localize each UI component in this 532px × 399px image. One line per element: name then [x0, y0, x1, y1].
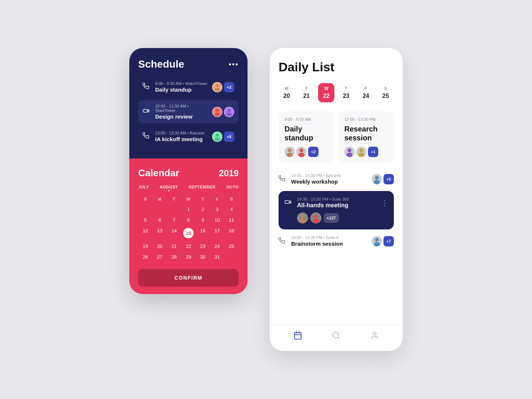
svg-point-13 — [299, 153, 304, 157]
avatar — [296, 147, 307, 157]
month-september[interactable]: SEPTEMBER — [188, 185, 215, 191]
day-num-thu: 23 — [343, 93, 349, 99]
day-mon[interactable]: M 20 — [279, 83, 295, 102]
list-name-brainstorm: Brainstorm session — [291, 241, 367, 247]
day-thu[interactable]: T 23 — [338, 83, 354, 102]
list-meta-workshop: 14:00 - 14:30 PM • Batcave — [291, 173, 367, 178]
cal-day[interactable]: 2 — [195, 205, 210, 214]
cal-day[interactable]: 18 — [224, 226, 239, 240]
cal-day[interactable]: 28 — [167, 252, 181, 262]
card-count-1: +2 — [308, 147, 318, 157]
event-card-standup[interactable]: 9:00 - 9:30 AM Daily standup +2 — [279, 111, 334, 163]
card-avatars-1: +2 — [284, 147, 328, 157]
svg-rect-20 — [285, 201, 289, 204]
avatar — [212, 132, 222, 142]
cal-day[interactable]: 11 — [224, 215, 239, 225]
day-num-fri: 24 — [362, 93, 369, 99]
avatar — [344, 147, 355, 157]
cal-row-5: 26 27 28 29 30 31 — [138, 252, 239, 262]
phone-daily-list: Daily List M 20 T 21 W 22 T 23 — [270, 48, 403, 351]
avatar — [212, 82, 222, 92]
month-october[interactable]: OCTO — [226, 185, 239, 191]
phone-schedule: Schedule ••• 9:00 - 9:30 AM • WatchTower… — [129, 48, 248, 294]
cal-day[interactable]: 12 — [138, 226, 153, 240]
cal-day[interactable]: 22 — [181, 242, 196, 251]
cal-day[interactable]: 4 — [224, 205, 239, 214]
more-menu-button[interactable]: ••• — [229, 60, 239, 69]
avatar — [284, 147, 295, 157]
nav-profile-button[interactable] — [370, 331, 379, 342]
cal-header-m: M — [153, 195, 167, 203]
cal-day-today[interactable]: 15 — [181, 226, 196, 240]
event-item-1[interactable]: 9:00 - 9:30 AM • WatchTower Daily standu… — [138, 78, 239, 96]
nav-calendar-button[interactable] — [293, 331, 302, 342]
svg-line-33 — [338, 337, 340, 339]
avatar — [212, 107, 222, 117]
event-card-research[interactable]: 12:00 - 13:30 PM Research session +1 — [338, 111, 394, 163]
cal-day[interactable]: 23 — [195, 242, 210, 251]
svg-point-1 — [215, 88, 220, 92]
day-num-mon: 20 — [283, 93, 290, 99]
svg-point-4 — [216, 109, 219, 112]
list-meta-brainstorm: 14:00 - 14:30 PM • Suite 6 — [291, 235, 367, 240]
cal-day[interactable]: 25 — [224, 242, 239, 251]
card-count-2: +1 — [368, 147, 378, 157]
list-event-brainstorm[interactable]: 14:00 - 14:30 PM • Suite 6 Brainstorm se… — [279, 231, 394, 251]
highlight-event-allhands[interactable]: 14:30 - 15:30 PM • Suite 300 All-hands m… — [279, 191, 394, 229]
calendar-header: Calendar 2019 — [138, 167, 239, 179]
day-num-wed: 22 — [323, 93, 330, 99]
cal-row-2: 5 6 7 8 9 10 11 — [138, 215, 239, 225]
day-selector: M 20 T 21 W 22 T 23 F 24 — [279, 83, 394, 102]
cal-day[interactable]: 14 — [167, 226, 181, 240]
day-tue[interactable]: T 21 — [299, 83, 315, 102]
svg-point-22 — [301, 215, 304, 218]
avatar — [372, 236, 382, 246]
cal-day[interactable]: 5 — [138, 215, 153, 225]
cal-day[interactable]: 24 — [210, 242, 224, 251]
event-item-3[interactable]: 13:00 - 13:30 AM • Batcave IA kickoff me… — [138, 127, 239, 146]
day-fri[interactable]: F 24 — [358, 83, 374, 102]
list-count-brainstorm: +7 — [383, 236, 394, 246]
more-menu-highlight[interactable]: ⋮ — [381, 199, 388, 207]
cal-day[interactable]: 7 — [167, 215, 181, 225]
list-event-workshop[interactable]: 14:00 - 14:30 PM • Batcave Weekly worksh… — [279, 169, 394, 190]
avatar — [310, 212, 321, 224]
cal-day[interactable]: 1 — [181, 205, 196, 214]
card-avatars-2: +1 — [344, 147, 388, 157]
svg-point-8 — [216, 134, 219, 137]
svg-point-17 — [358, 153, 364, 157]
event-item-2[interactable]: 10:00 - 11:00 AM • StarkTower Design rev… — [138, 100, 239, 123]
cal-day[interactable]: 26 — [138, 252, 153, 262]
cal-day[interactable]: 19 — [138, 242, 153, 251]
month-july[interactable]: JULY — [138, 185, 149, 191]
nav-search-button[interactable] — [332, 331, 341, 342]
cal-day[interactable]: 20 — [153, 242, 167, 251]
cal-day[interactable]: 29 — [181, 252, 196, 262]
svg-point-9 — [215, 137, 220, 141]
event-avatars-1: +2 — [212, 82, 234, 92]
cal-day[interactable]: 21 — [167, 242, 181, 251]
day-wed[interactable]: W 22 — [318, 83, 334, 102]
cal-row-4: 19 20 21 22 23 24 25 — [138, 242, 239, 251]
day-num-tue: 21 — [303, 93, 310, 99]
cal-day[interactable]: 3 — [210, 205, 224, 214]
day-letter-thu: T — [345, 86, 347, 91]
cal-day[interactable]: 8 — [181, 215, 196, 225]
cal-day[interactable]: 27 — [153, 252, 167, 262]
cal-day[interactable]: 17 — [210, 226, 224, 240]
cal-day[interactable]: 10 — [210, 215, 224, 225]
avatar-count-1: +2 — [224, 82, 234, 92]
cal-day[interactable]: 31 — [210, 252, 224, 262]
svg-point-19 — [374, 180, 380, 184]
cal-day[interactable]: 30 — [195, 252, 210, 262]
month-august[interactable]: AUGUST — [160, 185, 178, 191]
cal-day[interactable]: 16 — [195, 226, 210, 240]
day-letter-tue: T — [305, 86, 308, 91]
cal-day[interactable]: 13 — [153, 226, 167, 240]
day-sat[interactable]: S 25 — [378, 83, 394, 102]
cal-day[interactable]: 9 — [195, 215, 210, 225]
confirm-button[interactable]: CONFIRM — [138, 269, 239, 287]
schedule-section: Schedule ••• 9:00 - 9:30 AM • WatchTower… — [129, 48, 248, 158]
cal-day[interactable]: 6 — [153, 215, 167, 225]
highlight-top: 14:30 - 15:30 PM • Suite 300 All-hands m… — [284, 197, 388, 209]
